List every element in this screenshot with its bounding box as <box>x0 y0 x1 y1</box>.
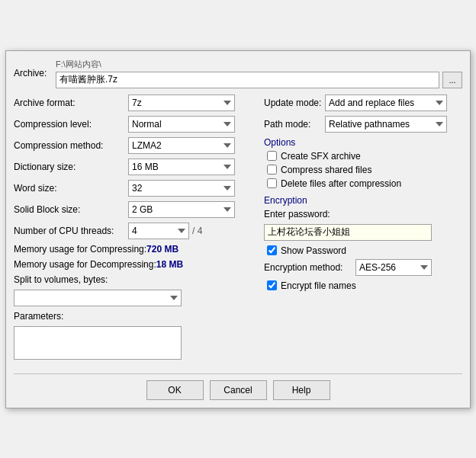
create-sfx-row: Create SFX archive <box>264 151 462 162</box>
delete-files-label: Delete files after compression <box>281 178 401 189</box>
help-button[interactable]: Help <box>273 380 330 400</box>
password-input-row <box>264 224 462 241</box>
update-mode-select[interactable]: Add and replace files Update and add fil… <box>325 94 447 111</box>
solid-block-label: Solid Block size: <box>14 204 128 215</box>
path-mode-label: Path mode: <box>264 119 325 130</box>
word-size-select[interactable]: 32 8 16 64 128 <box>128 180 235 197</box>
compress-shared-checkbox[interactable] <box>267 165 277 175</box>
enter-password-row: Enter password: <box>264 209 462 219</box>
ok-button[interactable]: OK <box>146 380 204 400</box>
params-label: Parameters: <box>14 311 128 322</box>
encryption-method-row: Encryption method: AES-256 ZipCrypto <box>264 259 462 276</box>
archive-format-row: Archive format: 7z zip tar <box>14 94 256 111</box>
encryption-section: Encryption Enter password: Show Password… <box>264 195 462 291</box>
encryption-section-label: Encryption <box>264 195 462 206</box>
archive-label: Archive: <box>14 68 56 78</box>
compression-method-label: Compression method: <box>14 140 128 151</box>
encrypt-names-label: Encrypt file names <box>281 280 356 291</box>
compress-shared-row: Compress shared files <box>264 165 462 175</box>
split-select[interactable]: 10M 100M 1G <box>14 290 182 306</box>
split-row: Split to volumes, bytes: <box>14 274 256 285</box>
show-password-row: Show Password <box>264 245 462 256</box>
cancel-button[interactable]: Cancel <box>210 380 267 400</box>
archive-folder-path: F:\网站内容\ <box>56 59 462 70</box>
word-size-row: Word size: 32 8 16 64 128 <box>14 180 256 197</box>
word-size-label: Word size: <box>14 183 128 194</box>
show-password-label: Show Password <box>281 245 346 256</box>
encrypt-names-row: Encrypt file names <box>264 280 462 291</box>
solid-block-row: Solid Block size: 2 GB Non-solid 1 GB 4 … <box>14 201 256 218</box>
password-input[interactable] <box>264 224 432 241</box>
cpu-threads-row: Number of CPU threads: 4 1 2 3 / 4 <box>14 223 256 239</box>
archive-filename-input[interactable] <box>56 72 439 88</box>
left-panel: Archive format: 7z zip tar Compression l… <box>14 94 256 364</box>
memory-decompress-value: 18 MB <box>156 259 183 270</box>
main-content: Archive format: 7z zip tar Compression l… <box>14 94 462 364</box>
params-row: Parameters: <box>14 311 256 322</box>
update-mode-row: Update mode: Add and replace files Updat… <box>264 94 462 111</box>
options-section: Options Create SFX archive Compress shar… <box>264 137 462 189</box>
cpu-threads-select[interactable]: 4 1 2 3 <box>128 223 189 239</box>
memory-compress-label: Memory usage for Compressing: <box>14 244 146 255</box>
right-panel: Update mode: Add and replace files Updat… <box>264 94 462 364</box>
dictionary-size-label: Dictionary size: <box>14 162 128 172</box>
split-label: Split to volumes, bytes: <box>14 274 128 285</box>
archive-path-section: Archive: F:\网站内容\ ... <box>14 59 462 88</box>
solid-block-select[interactable]: 2 GB Non-solid 1 GB 4 GB Solid <box>128 201 235 218</box>
create-sfx-checkbox[interactable] <box>267 151 277 161</box>
archive-format-label: Archive format: <box>14 98 128 108</box>
dictionary-size-select[interactable]: 16 MB 1 MB 4 MB 8 MB 32 MB 64 MB <box>128 159 235 175</box>
compress-shared-label: Compress shared files <box>281 165 371 175</box>
dialog: Archive: F:\网站内容\ ... Archive format: 7z… <box>5 50 471 408</box>
compression-level-row: Compression level: Normal Store Fastest … <box>14 116 256 133</box>
bottom-buttons: OK Cancel Help <box>14 373 462 400</box>
browse-button[interactable]: ... <box>442 72 462 88</box>
path-mode-select[interactable]: Relative pathnames Absolute pathnames No… <box>325 116 447 133</box>
memory-decompress-row: Memory usage for Decompressing: 18 MB <box>14 259 256 270</box>
delete-files-row: Delete files after compression <box>264 178 462 189</box>
compression-level-select[interactable]: Normal Store Fastest Fast Maximum Ultra <box>128 116 235 133</box>
params-input[interactable] <box>14 326 182 360</box>
compression-level-label: Compression level: <box>14 119 128 130</box>
params-input-row <box>14 326 256 360</box>
path-mode-row: Path mode: Relative pathnames Absolute p… <box>264 116 462 133</box>
encrypt-names-checkbox[interactable] <box>267 280 277 290</box>
show-password-checkbox[interactable] <box>267 245 277 255</box>
cpu-threads-label: Number of CPU threads: <box>14 226 128 236</box>
compression-method-row: Compression method: LZMA2 LZMA PPMd BZip… <box>14 137 256 154</box>
encryption-method-label: Encryption method: <box>264 262 355 273</box>
delete-files-checkbox[interactable] <box>267 178 277 188</box>
update-mode-label: Update mode: <box>264 98 325 108</box>
archive-format-select[interactable]: 7z zip tar <box>128 94 235 111</box>
memory-decompress-label: Memory usage for Decompressing: <box>14 259 156 270</box>
enter-password-label: Enter password: <box>264 209 348 219</box>
compression-method-select[interactable]: LZMA2 LZMA PPMd BZip2 <box>128 137 235 154</box>
encryption-method-select[interactable]: AES-256 ZipCrypto <box>355 259 432 276</box>
split-input-row: 10M 100M 1G <box>14 290 256 306</box>
create-sfx-label: Create SFX archive <box>281 151 361 162</box>
cpu-threads-max: / 4 <box>192 226 202 236</box>
memory-compress-value: 720 MB <box>146 244 178 255</box>
options-section-label: Options <box>264 137 462 148</box>
dictionary-size-row: Dictionary size: 16 MB 1 MB 4 MB 8 MB 32… <box>14 159 256 175</box>
memory-compress-row: Memory usage for Compressing: 720 MB <box>14 244 256 255</box>
